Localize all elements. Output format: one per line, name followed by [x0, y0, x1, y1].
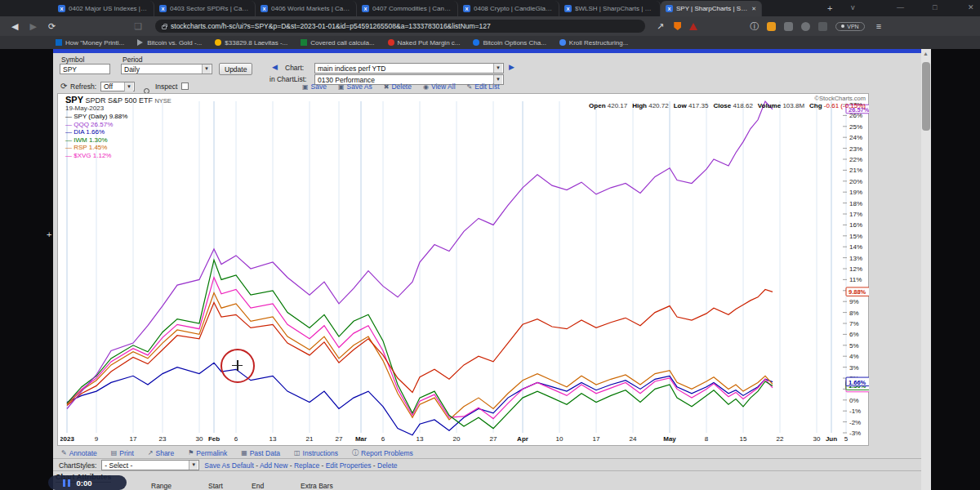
reload-icon[interactable]: ⟳ [48, 21, 56, 32]
action-view-all-link[interactable]: ◉View All [423, 82, 456, 91]
back-icon[interactable]: ◀ [11, 21, 18, 32]
browser-tab[interactable]: X0403 Sector SPDRs | CandleGla [154, 1, 256, 16]
toolbar-label: Instructions [303, 449, 338, 457]
refresh-icon[interactable]: ⟳ [60, 82, 67, 91]
downloads-tray-icon[interactable] [818, 22, 827, 31]
ohlc-value: 417.35 [688, 102, 708, 109]
page-info-icon[interactable]: ⓘ [750, 20, 759, 33]
bookmark-item[interactable]: Bitcoin Options Cha... [473, 39, 546, 47]
chartstyles-link-replace[interactable]: Replace [294, 461, 319, 470]
chartstyles-link-add-new[interactable]: Add New [260, 461, 288, 470]
next-chart-icon[interactable]: ▶ [509, 63, 514, 71]
minimize-icon[interactable]: — [897, 3, 904, 11]
chart-label: Chart: [285, 64, 304, 72]
svg-text:23: 23 [159, 435, 167, 443]
tab-close-icon[interactable]: ✕ [751, 6, 756, 12]
scrollbar-thumb[interactable] [922, 62, 930, 131]
url-text[interactable]: stockcharts.com/h-sc/ui?s=SPY&p=D&st=202… [171, 22, 491, 30]
bookmark-panel-icon[interactable]: ❏ [134, 21, 142, 32]
pause-icon[interactable] [63, 479, 70, 487]
svg-text:10: 10 [556, 435, 564, 443]
tab-favicon-icon: X [261, 5, 268, 12]
svg-text:24%: 24% [849, 134, 862, 141]
view-all-icon: ◉ [423, 83, 429, 91]
bookmark-favicon-icon [301, 39, 307, 46]
action-save-link[interactable]: ▣Save [302, 82, 327, 91]
bookmark-item[interactable]: How "Money Printi... [56, 39, 124, 47]
close-window-icon[interactable]: ✕ [968, 3, 974, 11]
menu-icon[interactable]: ≡ [876, 21, 881, 31]
toolbar-share-link[interactable]: ↗Share [148, 448, 174, 457]
toolbar-instructions-link[interactable]: ◫Instructions [294, 448, 338, 457]
save-icon: ▣ [302, 83, 309, 91]
share-icon[interactable]: ↗ [657, 21, 664, 32]
svg-text:15: 15 [740, 435, 747, 443]
svg-text:17: 17 [593, 435, 600, 443]
action-label: View All [431, 82, 456, 91]
ohlc-label: Chg [809, 102, 824, 109]
scrollbar-up-icon[interactable]: ▲ [923, 51, 929, 56]
tab-title: SPY | SharpCharts | StockC [676, 5, 748, 12]
toolbar-past-data-link[interactable]: ▦Past Data [241, 448, 280, 457]
bookmark-item[interactable]: $33829.8 Laevitas -... [215, 39, 287, 47]
toolbar-label: Share [155, 449, 174, 457]
bookmark-item[interactable]: Bitcoin vs. Gold -... [137, 39, 202, 47]
divider [53, 470, 921, 471]
toolbar-permalink-link[interactable]: ⚑Permalink [188, 448, 227, 457]
forward-icon[interactable]: ▶ [29, 21, 36, 32]
action-delete-link[interactable]: ✖Delete [384, 82, 412, 91]
new-tab-button[interactable]: + [821, 1, 839, 16]
browser-tab[interactable]: XSPY | SharpCharts | StockC✕ [661, 1, 762, 16]
performance-chart[interactable]: 27%26%25%24%23%22%21%20%19%18%17%16%15%1… [60, 98, 869, 444]
bookmark-item[interactable]: Kroll Restructuring... [559, 39, 628, 47]
bookmark-favicon-icon [559, 39, 566, 46]
chart-select[interactable]: main indices perf YTD▼ [314, 63, 504, 74]
alert-triangle-icon[interactable] [689, 23, 697, 30]
inspect-checkbox[interactable] [181, 82, 189, 90]
player-time: 0:00 [77, 479, 92, 488]
vpn-badge[interactable]: VPN [835, 22, 864, 31]
ohlc-label: Low [674, 102, 688, 109]
chevron-down-icon: ▼ [202, 65, 211, 74]
extensions-puzzle-icon[interactable] [784, 22, 793, 31]
save-as-icon: ▣ [338, 83, 345, 91]
tab-title: 0408 Crypto | CandleGlance | St [474, 5, 554, 12]
adblock-shield-icon[interactable] [674, 22, 681, 30]
chartstyles-link-save-as-default[interactable]: Save As Default [204, 461, 253, 470]
chartstyles-label: ChartStyles: [59, 461, 96, 470]
action-edit-list-link[interactable]: ✎Edit List [467, 82, 500, 91]
chartstyles-link-edit-properties[interactable]: Edit Properties [326, 461, 372, 470]
refresh-select[interactable]: Off▼ [100, 82, 135, 91]
update-button[interactable]: Update [219, 63, 252, 75]
svg-text:7%: 7% [849, 320, 859, 327]
browser-tab[interactable]: X0402 Major US Indexes | Candle [53, 1, 154, 16]
toolbar-annotate-link[interactable]: ✎Annotate [61, 448, 97, 457]
toolbar-print-link[interactable]: ▤Print [111, 448, 134, 457]
inspect-label: Inspect [155, 82, 177, 91]
url-bar[interactable]: stockcharts.com/h-sc/ui?s=SPY&p=D&st=202… [155, 20, 645, 33]
symbol-input[interactable] [60, 64, 110, 74]
action-save-as-link[interactable]: ▣Save As [338, 82, 372, 91]
ohlc-value: 418.62 [733, 102, 752, 109]
maximize-icon[interactable]: □ [933, 3, 937, 11]
profile-avatar-icon[interactable] [801, 22, 810, 31]
chartstyles-link-delete[interactable]: Delete [377, 461, 398, 470]
media-player-overlay[interactable]: 0:00 [48, 475, 127, 490]
browser-tab[interactable]: X0406 World Markets | CandleGl [256, 1, 357, 16]
tab-search-chevron-icon[interactable]: v [851, 3, 855, 11]
bookmark-favicon-icon [56, 39, 62, 46]
permalink-icon: ⚑ [188, 449, 194, 457]
prev-chart-icon[interactable]: ◀ [272, 63, 278, 71]
bookmark-item[interactable]: Covered call calcula... [301, 39, 374, 47]
chartstyles-select[interactable]: - Select -▼ [101, 460, 199, 470]
browser-tab[interactable]: X0407 Commodities | CandleGla [357, 1, 458, 16]
svg-text:Mar: Mar [355, 435, 367, 443]
browser-tab[interactable]: X0408 Crypto | CandleGlance | St [458, 1, 559, 16]
chart-date: 19-May-2023 [65, 105, 104, 112]
toolbar-label: Permalink [196, 449, 227, 457]
extension-orange-icon[interactable] [767, 22, 776, 31]
bookmark-item[interactable]: Naked Put Margin c... [388, 39, 461, 47]
browser-tab[interactable]: X$WLSH | SharpCharts | StockCh [559, 1, 661, 16]
period-select[interactable]: Daily▼ [121, 64, 212, 74]
toolbar-report-problems-link[interactable]: ⓘReport Problems [352, 448, 413, 457]
